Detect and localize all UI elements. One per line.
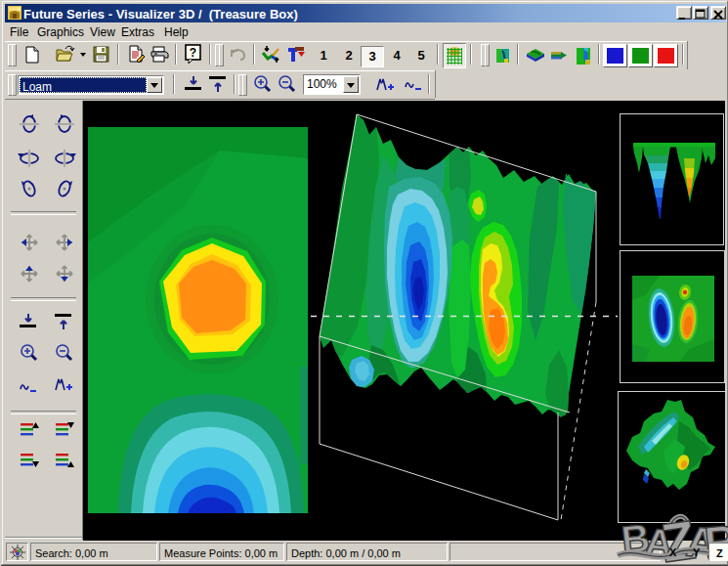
svg-text:?: ? xyxy=(190,46,196,60)
